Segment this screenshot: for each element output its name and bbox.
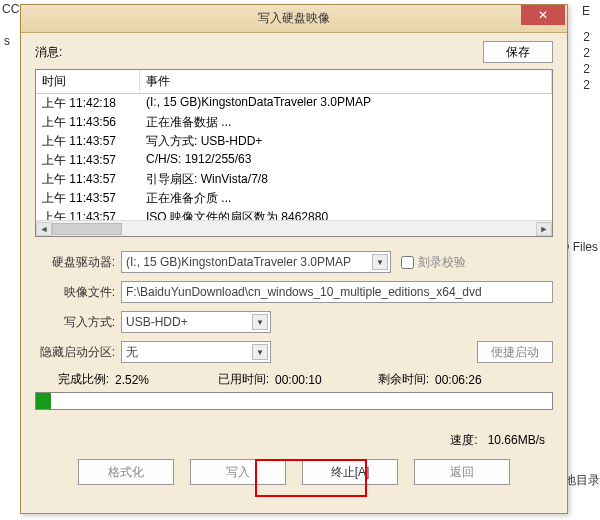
bg-text: s	[4, 34, 10, 48]
log-time: 上午 11:43:56	[42, 114, 146, 131]
log-event: C/H/S: 1912/255/63	[146, 152, 546, 169]
log-event: 正在准备数据 ...	[146, 114, 546, 131]
log-row[interactable]: 上午 11:42:18(I:, 15 GB)KingstonDataTravel…	[36, 94, 552, 113]
hidden-label: 隐藏启动分区:	[35, 344, 121, 361]
speed-value: 10.66MB/s	[488, 433, 545, 447]
log-header-event[interactable]: 事件	[140, 70, 552, 93]
log-event: (I:, 15 GB)KingstonDataTraveler 3.0PMAP	[146, 95, 546, 112]
titlebar[interactable]: 写入硬盘映像 ✕	[21, 5, 567, 33]
log-time: 上午 11:43:57	[42, 190, 146, 207]
remain-value: 00:06:26	[435, 373, 515, 387]
bg-text: 2	[583, 78, 590, 92]
log-header-time[interactable]: 时间	[36, 70, 140, 93]
verify-checkbox[interactable]: 刻录校验	[401, 254, 466, 271]
abort-button[interactable]: 终止[A]	[302, 459, 398, 485]
log-row[interactable]: 上午 11:43:57写入方式: USB-HDD+	[36, 132, 552, 151]
scrollbar-horizontal[interactable]: ◄ ►	[36, 220, 552, 236]
bg-text: 2	[583, 46, 590, 60]
format-button[interactable]: 格式化	[78, 459, 174, 485]
drive-value: (I:, 15 GB)KingstonDataTraveler 3.0PMAP	[126, 255, 351, 269]
hidden-value: 无	[126, 344, 138, 361]
log-row[interactable]: 上午 11:43:57正在准备介质 ...	[36, 189, 552, 208]
chevron-down-icon: ▼	[252, 344, 268, 360]
verify-label: 刻录校验	[418, 254, 466, 271]
bg-text: 2	[583, 62, 590, 76]
pct-label: 完成比例:	[35, 371, 115, 388]
close-icon: ✕	[538, 8, 548, 22]
image-path-value: F:\BaiduYunDownload\cn_windows_10_multip…	[126, 285, 482, 299]
speed-label: 速度:	[450, 433, 477, 447]
scroll-right-icon[interactable]: ►	[536, 222, 552, 236]
log-body[interactable]: 上午 11:42:18(I:, 15 GB)KingstonDataTravel…	[36, 94, 552, 222]
log-event: 引导扇区: WinVista/7/8	[146, 171, 546, 188]
log-time: 上午 11:43:57	[42, 152, 146, 169]
dialog-window: 写入硬盘映像 ✕ 消息: 保存 时间 事件 上午 11:42:18(I:, 15…	[20, 4, 568, 514]
log-time: 上午 11:43:57	[42, 171, 146, 188]
save-button[interactable]: 保存	[483, 41, 553, 63]
log-panel: 时间 事件 上午 11:42:18(I:, 15 GB)KingstonData…	[35, 69, 553, 237]
close-button[interactable]: ✕	[521, 5, 565, 25]
method-label: 写入方式:	[35, 314, 121, 331]
pct-value: 2.52%	[115, 373, 195, 387]
message-label: 消息:	[35, 44, 483, 61]
bg-text: CC	[2, 2, 19, 16]
chevron-down-icon: ▼	[252, 314, 268, 330]
elapsed-value: 00:00:10	[275, 373, 355, 387]
remain-label: 剩余时间:	[355, 371, 435, 388]
log-row[interactable]: 上午 11:43:57引导扇区: WinVista/7/8	[36, 170, 552, 189]
progress-bar	[35, 392, 553, 410]
quick-boot-button[interactable]: 便捷启动	[477, 341, 553, 363]
method-value: USB-HDD+	[126, 315, 188, 329]
log-row[interactable]: 上午 11:43:56正在准备数据 ...	[36, 113, 552, 132]
scroll-left-icon[interactable]: ◄	[36, 222, 52, 236]
log-time: 上午 11:42:18	[42, 95, 146, 112]
scroll-thumb[interactable]	[52, 223, 122, 235]
log-event: 正在准备介质 ...	[146, 190, 546, 207]
back-button[interactable]: 返回	[414, 459, 510, 485]
write-button[interactable]: 写入	[190, 459, 286, 485]
drive-label: 硬盘驱动器:	[35, 254, 121, 271]
method-select[interactable]: USB-HDD+ ▼	[121, 311, 271, 333]
image-path-field[interactable]: F:\BaiduYunDownload\cn_windows_10_multip…	[121, 281, 553, 303]
hidden-select[interactable]: 无 ▼	[121, 341, 271, 363]
drive-select[interactable]: (I:, 15 GB)KingstonDataTraveler 3.0PMAP …	[121, 251, 391, 273]
scroll-track[interactable]	[52, 222, 536, 236]
bg-text: 2	[583, 30, 590, 44]
verify-checkbox-input[interactable]	[401, 256, 414, 269]
elapsed-label: 已用时间:	[195, 371, 275, 388]
progress-fill	[36, 393, 51, 409]
chevron-down-icon: ▼	[372, 254, 388, 270]
log-row[interactable]: 上午 11:43:57C/H/S: 1912/255/63	[36, 151, 552, 170]
image-label: 映像文件:	[35, 284, 121, 301]
log-event: 写入方式: USB-HDD+	[146, 133, 546, 150]
log-time: 上午 11:43:57	[42, 133, 146, 150]
window-title: 写入硬盘映像	[21, 10, 567, 27]
bg-text: E	[582, 4, 590, 18]
